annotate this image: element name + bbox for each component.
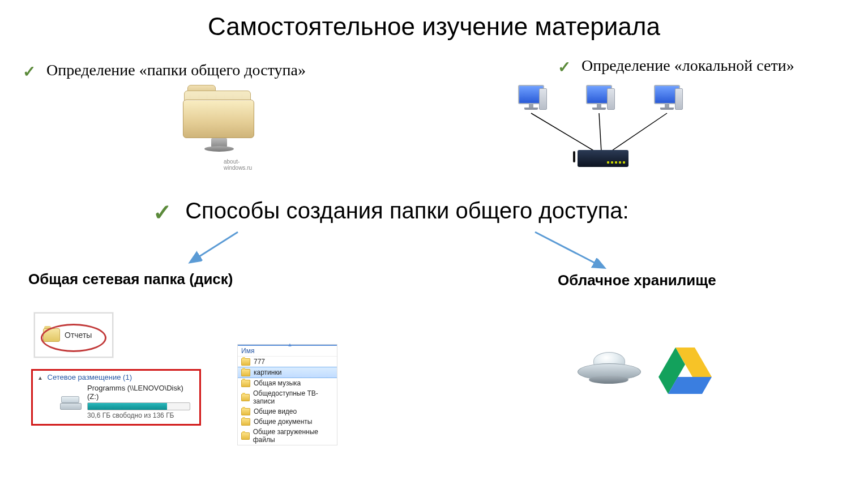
netloc-header-text: Сетевое размещение (1) — [48, 373, 132, 381]
folder-icon — [241, 432, 250, 440]
bullet-methods: ✓ Способы создания папки общего доступа: — [153, 198, 629, 225]
image-credit: about-windows.ru — [224, 158, 266, 171]
sort-indicator-icon: ▲ — [288, 342, 293, 348]
column-header-text: Имя — [241, 347, 254, 355]
folder-icon — [241, 418, 250, 426]
svg-line-0 — [531, 113, 597, 153]
computer-icon — [583, 85, 615, 115]
svg-line-2 — [609, 113, 667, 153]
folder-icon — [184, 85, 252, 136]
computer-icon — [515, 85, 547, 115]
list-item-label: Общедоступные ТВ-записи — [253, 389, 333, 405]
list-item-label: Общие видео — [254, 408, 297, 415]
subheading-cloud-storage: Облачное хранилище — [558, 272, 716, 289]
bullet-lan-def: ✓ Определение «локальной сети» — [558, 57, 794, 76]
list-item: Общие видео — [238, 406, 337, 417]
svg-line-3 — [191, 232, 238, 261]
arrow-left-icon — [181, 226, 249, 272]
highlight-circle-icon — [41, 324, 106, 352]
list-item-label: Общая музыка — [254, 379, 301, 387]
netloc-drive-label: Programms (\\LENOVO\Disk) (Z:) — [87, 384, 195, 401]
netloc-header: ▲ Сетевое размещение (1) — [37, 373, 195, 381]
netloc-info: Programms (\\LENOVO\Disk) (Z:) 30,6 ГБ с… — [87, 384, 195, 419]
network-drive-icon — [60, 395, 82, 409]
folder-icon — [241, 394, 250, 401]
bullet-shared-folder-def: ✓ Определение «папки общего доступа» — [23, 61, 306, 81]
checkmark-icon: ✓ — [558, 58, 571, 76]
netloc-drive-row: Programms (\\LENOVO\Disk) (Z:) 30,6 ГБ с… — [37, 384, 195, 419]
arrow-right-icon — [527, 226, 617, 277]
folder-icon — [241, 358, 250, 366]
illustration-shared-folder: about-windows.ru — [170, 85, 266, 175]
folder-icon — [241, 369, 250, 376]
list-item-label: Общие документы — [254, 418, 312, 426]
checkmark-icon: ✓ — [23, 62, 36, 81]
illustration-network — [510, 85, 691, 175]
yandex-disk-ufo-icon — [578, 351, 640, 391]
list-item-label: 777 — [254, 358, 265, 366]
google-drive-icon — [657, 345, 713, 396]
screenshot-network-location: ▲ Сетевое размещение (1) Programms (\\LE… — [31, 369, 201, 426]
list-item-label: картинки — [254, 368, 281, 376]
checkmark-icon: ✓ — [153, 199, 172, 225]
computer-icon — [651, 85, 683, 115]
screenshot-reports-folder: Отчеты — [34, 312, 113, 358]
list-item: картинки — [238, 367, 337, 378]
screenshot-explorer-list: ▲ Имя 777картинкиОбщая музыкаОбщедоступн… — [238, 345, 337, 445]
svg-line-4 — [535, 232, 603, 267]
list-item: 777 — [238, 357, 337, 367]
bullet-text: Способы создания папки общего доступа: — [185, 198, 629, 223]
column-header: ▲ Имя — [238, 346, 337, 357]
subheading-network-folder: Общая сетевая папка (диск) — [28, 271, 233, 288]
netloc-free-text: 30,6 ГБ свободно из 136 ГБ — [87, 411, 195, 419]
folder-icon — [241, 408, 250, 415]
folder-icon — [241, 380, 250, 387]
bullet-text: Определение «локальной сети» — [581, 57, 794, 74]
list-item: Общие загруженные файлы — [238, 427, 337, 445]
list-item: Общедоступные ТВ-записи — [238, 388, 337, 406]
router-icon — [578, 150, 628, 167]
triangle-icon: ▲ — [37, 375, 43, 381]
list-item: Общие документы — [238, 417, 337, 427]
bullet-text: Определение «папки общего доступа» — [46, 61, 306, 79]
slide: Самостоятельное изучение материала ✓ Опр… — [0, 0, 868, 489]
page-title: Самостоятельное изучение материала — [0, 12, 868, 41]
svg-line-1 — [599, 113, 601, 152]
list-item: Общая музыка — [238, 378, 337, 388]
capacity-bar — [87, 402, 190, 410]
list-item-label: Общие загруженные файлы — [253, 428, 333, 444]
